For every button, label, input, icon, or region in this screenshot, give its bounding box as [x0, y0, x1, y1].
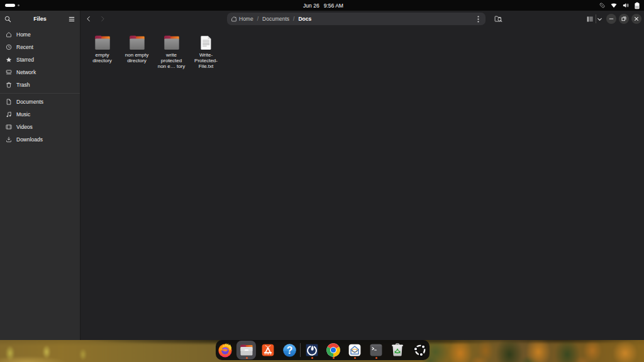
svg-text:?: ? [286, 344, 292, 355]
